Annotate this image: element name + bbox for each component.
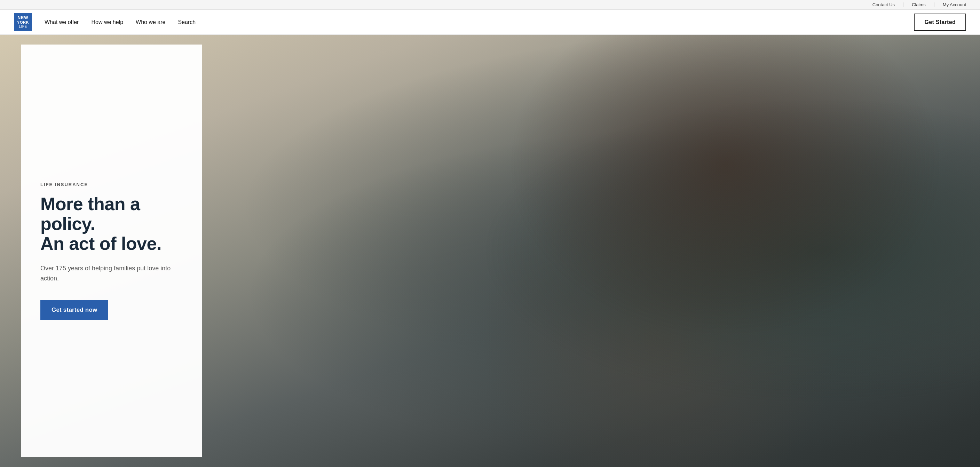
hero-headline-line2: An act of love.	[40, 234, 161, 254]
nav-link-how-we-help[interactable]: How we help	[91, 18, 123, 27]
claims-link[interactable]: Claims	[912, 2, 926, 7]
logo-line-york: YORK	[17, 20, 29, 25]
nav-link-who-we-are[interactable]: Who we are	[136, 18, 165, 27]
main-nav: NEW YORK LIFE What we offer How we help …	[0, 10, 980, 35]
hero-section: LIFE INSURANCE More than a policy. An ac…	[0, 35, 980, 467]
my-account-link[interactable]: My Account	[943, 2, 966, 7]
nav-link-search[interactable]: Search	[178, 18, 196, 27]
hero-subtext: Over 175 years of helping families put l…	[40, 263, 182, 283]
nav-link-what-we-offer[interactable]: What we offer	[45, 18, 79, 27]
hero-content-card: LIFE INSURANCE More than a policy. An ac…	[21, 45, 202, 457]
nav-links: What we offer How we help Who we are Sea…	[45, 18, 914, 27]
new-york-life-logo[interactable]: NEW YORK LIFE	[14, 13, 32, 31]
logo-line-new: NEW	[18, 15, 29, 20]
hero-eyebrow: LIFE INSURANCE	[40, 182, 182, 187]
divider-2	[934, 2, 934, 7]
divider-1	[903, 2, 904, 7]
hero-headline: More than a policy. An act of love.	[40, 194, 182, 254]
hero-headline-line1: More than a policy.	[40, 194, 140, 234]
contact-us-link[interactable]: Contact Us	[872, 2, 895, 7]
logo-line-life: LIFE	[19, 25, 27, 29]
hero-cta-button[interactable]: Get started now	[40, 300, 108, 320]
utility-bar: Contact Us Claims My Account	[0, 0, 980, 10]
nav-get-started-button[interactable]: Get Started	[914, 14, 966, 31]
